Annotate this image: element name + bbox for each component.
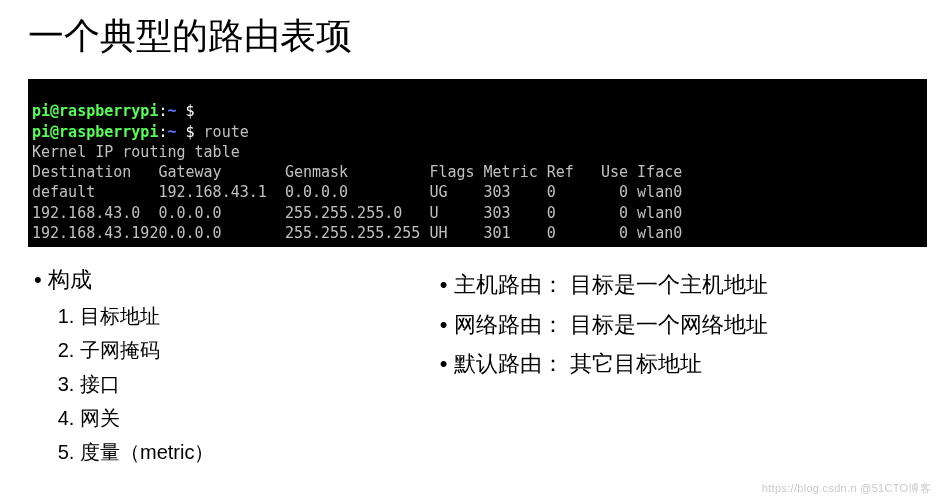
prompt-path: ~ <box>167 123 185 141</box>
components-list: 目标地址 子网掩码 接口 网关 度量（metric） <box>28 299 430 469</box>
row-cell: 192.168.43.1 <box>158 183 284 201</box>
col-use: Use <box>601 163 637 181</box>
content-row: • 构成 目标地址 子网掩码 接口 网关 度量（metric） • 主机路由： … <box>0 247 941 469</box>
route-type-line: • 主机路由： 目标是一个主机地址 <box>434 265 921 305</box>
list-item: 目标地址 <box>80 299 430 333</box>
row-cell: 192.168.43.192 <box>32 224 158 242</box>
col-mask: Genmask <box>285 163 430 181</box>
row-cell: wlan0 <box>637 204 682 222</box>
row-cell: 303 <box>484 204 547 222</box>
command-text: route <box>195 123 249 141</box>
components-header: • 构成 <box>28 265 430 295</box>
prompt-dollar: $ <box>186 123 195 141</box>
list-item: 网关 <box>80 401 430 435</box>
col-dest: Destination <box>32 163 158 181</box>
row-cell: 192.168.43.0 <box>32 204 158 222</box>
row-cell: default <box>32 183 158 201</box>
route-type-line: • 网络路由： 目标是一个网络地址 <box>434 305 921 345</box>
watermark-text: https://blog.csdn.n @51CTO博客 <box>762 481 931 496</box>
row-cell: 255.255.255.0 <box>285 204 430 222</box>
prompt-dollar: $ <box>186 102 195 120</box>
col-ref: Ref <box>547 163 601 181</box>
list-item: 度量（metric） <box>80 435 430 469</box>
terminal-block: pi@raspberrypi:~ $ pi@raspberrypi:~ $ ro… <box>28 79 927 247</box>
col-gw: Gateway <box>158 163 284 181</box>
prompt-user: pi@raspberrypi <box>32 102 158 120</box>
row-cell: 0 <box>601 183 637 201</box>
row-cell: 0 <box>601 224 637 242</box>
row-cell: 0.0.0.0 <box>158 204 284 222</box>
row-cell: 0.0.0.0 <box>285 183 430 201</box>
row-cell: 0 <box>601 204 637 222</box>
prompt-path: ~ <box>167 102 185 120</box>
list-item: 接口 <box>80 367 430 401</box>
row-cell: 0.0.0.0 <box>158 224 284 242</box>
row-cell: 301 <box>484 224 547 242</box>
row-cell: wlan0 <box>637 224 682 242</box>
right-column: • 主机路由： 目标是一个主机地址 • 网络路由： 目标是一个网络地址 • 默认… <box>430 265 921 469</box>
row-cell: 255.255.255.255 <box>285 224 430 242</box>
col-metric: Metric <box>484 163 547 181</box>
left-column: • 构成 目标地址 子网掩码 接口 网关 度量（metric） <box>28 265 430 469</box>
row-cell: 0 <box>547 183 601 201</box>
list-item: 子网掩码 <box>80 333 430 367</box>
row-cell: 0 <box>547 204 601 222</box>
row-cell: UH <box>429 224 483 242</box>
row-cell: 303 <box>484 183 547 201</box>
prompt-user: pi@raspberrypi <box>32 123 158 141</box>
route-type-line: • 默认路由： 其它目标地址 <box>434 344 921 384</box>
kernel-header: Kernel IP routing table <box>32 143 240 161</box>
col-flags: Flags <box>429 163 483 181</box>
page-title: 一个典型的路由表项 <box>0 0 941 79</box>
row-cell: wlan0 <box>637 183 682 201</box>
row-cell: U <box>429 204 483 222</box>
col-iface: Iface <box>637 163 682 181</box>
row-cell: 0 <box>547 224 601 242</box>
row-cell: UG <box>429 183 483 201</box>
